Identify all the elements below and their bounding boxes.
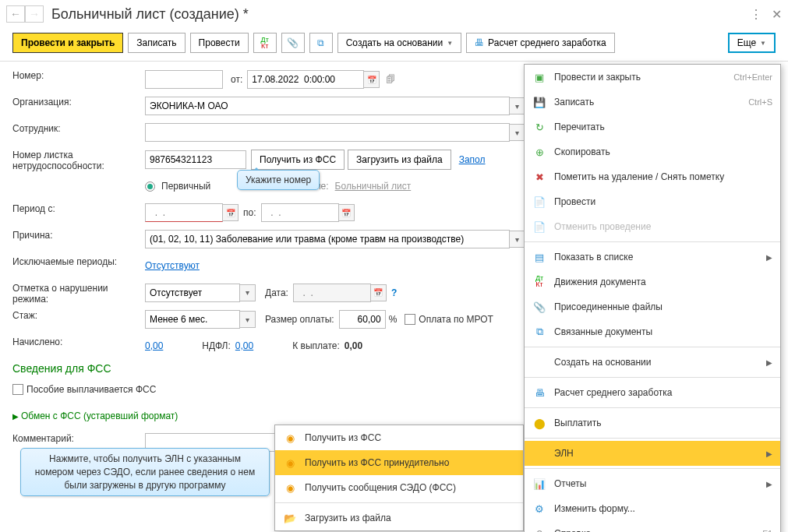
dropdown-icon[interactable]: ▾	[240, 284, 256, 301]
separator	[525, 347, 780, 347]
menu-show-list[interactable]: ▤Показать в списке▶	[525, 245, 780, 270]
related-icon: ⧉	[532, 326, 546, 338]
menu-eln[interactable]: ЭЛН▶	[525, 441, 780, 466]
fss-paid-label: Пособие выплачивается ФСС	[27, 384, 156, 395]
menu-create-based[interactable]: Создать на основании▶	[525, 350, 780, 375]
print-icon: 🖶	[532, 387, 546, 399]
help-icon: ?	[532, 528, 546, 533]
more-menu: ▣Провести и закрытьCtrl+Enter 💾ЗаписатьC…	[524, 64, 781, 532]
menu-submit-close[interactable]: ▣Провести и закрытьCtrl+Enter	[525, 65, 780, 90]
excluded-link[interactable]: Отсутствуют	[145, 260, 200, 271]
menu-avg-calc[interactable]: 🖶Расчет среднего заработка	[525, 380, 780, 405]
fss-exchange-link[interactable]: Обмен с ФСС (устаревший формат)	[21, 410, 178, 421]
calendar-icon[interactable]: 📅	[364, 71, 380, 88]
separator	[525, 438, 780, 439]
tooltip-instruction: Нажмите, чтобы получить ЭЛН с указанным …	[20, 448, 270, 496]
submenu-load-file[interactable]: 📂Загрузить из файла	[275, 506, 523, 530]
submenu-get-fss[interactable]: ◉Получить из ФСС	[275, 425, 523, 450]
violation-input[interactable]	[145, 284, 240, 302]
violation-date-input[interactable]	[293, 284, 371, 302]
close-icon[interactable]: ✕	[772, 7, 782, 22]
to-label: по:	[243, 207, 256, 218]
calendar-icon[interactable]: 📅	[223, 204, 239, 221]
experience-input[interactable]	[145, 310, 240, 329]
violation-label: Отметка о нарушении режима:	[12, 280, 145, 305]
menu-movements[interactable]: ДтКтДвижения документа	[525, 270, 780, 294]
coin-icon: ⬤	[532, 417, 546, 429]
experience-label: Стаж:	[12, 308, 145, 321]
calendar-icon[interactable]: 📅	[371, 284, 387, 301]
ndfl-label: НДФЛ:	[202, 340, 230, 351]
calendar-icon[interactable]: 📅	[339, 204, 355, 221]
related-button[interactable]: ⧉	[309, 33, 333, 53]
nav-fwd-button[interactable]: →	[25, 5, 44, 23]
leave-num-label: Номер листка нетрудоспособности:	[12, 147, 145, 171]
menu-help[interactable]: ?СправкаF1	[525, 521, 780, 532]
attach-button[interactable]: 📎	[281, 33, 305, 53]
org-input[interactable]	[145, 97, 510, 115]
copy-icon: ⊕	[532, 146, 546, 158]
leave-num-input[interactable]	[145, 150, 246, 169]
menu-mark-delete[interactable]: ✖Пометить на удаление / Снять пометку	[525, 164, 780, 189]
pay-rate-label: Размер оплаты:	[265, 314, 334, 325]
avg-calc-button[interactable]: 🖶 Расчет среднего заработка	[466, 33, 615, 53]
print-icon[interactable]: 🗐	[386, 74, 395, 85]
from-label: от:	[231, 74, 242, 85]
nav-back-button[interactable]: ←	[6, 5, 25, 23]
page-title: Больничный лист (создание) *	[51, 6, 750, 23]
save-button[interactable]: Записать	[128, 33, 185, 53]
continuation-link[interactable]: Больничный лист	[335, 181, 412, 192]
period-to-input[interactable]	[261, 203, 339, 222]
period-from-input[interactable]	[145, 203, 223, 222]
dropdown-icon[interactable]: ▾	[510, 97, 525, 115]
get-fss-button[interactable]: Получить из ФСС	[251, 150, 345, 170]
attach-icon: 📎	[532, 301, 546, 313]
menu-copy[interactable]: ⊕Скопировать	[525, 139, 780, 164]
kebab-icon[interactable]: ⋮	[750, 7, 762, 22]
menu-save[interactable]: 💾ЗаписатьCtrl+S	[525, 90, 780, 115]
dropdown-icon[interactable]: ▾	[510, 124, 525, 141]
fill-link[interactable]: Запол	[459, 154, 486, 165]
dropdown-icon[interactable]: ▾	[240, 311, 256, 328]
menu-reports[interactable]: 📊Отчеты▶	[525, 471, 780, 496]
date-input[interactable]	[247, 70, 364, 89]
reason-label: Причина:	[12, 227, 145, 241]
dropdown-icon[interactable]: ▾	[510, 231, 525, 248]
ndfl-link[interactable]: 0,00	[235, 340, 253, 351]
menu-submit[interactable]: 📄Провести	[525, 189, 780, 214]
save-icon: 💾	[532, 97, 546, 108]
submenu-get-fss-force[interactable]: ◉Получить из ФСС принудительно	[275, 450, 523, 475]
number-label: Номер:	[12, 68, 145, 81]
fss-paid-checkbox[interactable]	[12, 384, 23, 395]
period-from-label: Период с:	[12, 201, 145, 214]
submit-button[interactable]: Провести	[190, 33, 249, 53]
menu-attached[interactable]: 📎Присоединенные файлы	[525, 294, 780, 319]
submenu-get-sedo[interactable]: ◉Получить сообщения СЭДО (ФСС)	[275, 475, 523, 500]
load-file-button[interactable]: Загрузить из файла	[348, 150, 451, 170]
number-input[interactable]	[145, 70, 223, 89]
menu-cancel-post[interactable]: 📄Отменить проведение	[525, 214, 780, 239]
mrot-checkbox[interactable]	[405, 314, 415, 325]
help-icon[interactable]: ?	[391, 287, 397, 298]
fss-icon: ◉	[283, 482, 297, 494]
employee-label: Сотрудник:	[12, 121, 145, 134]
menu-change-form[interactable]: ⚙Изменить форму...	[525, 496, 780, 521]
submit-close-button[interactable]: Провести и закрыть	[12, 33, 123, 53]
report-icon: 📊	[532, 478, 546, 490]
fss-icon: ◉	[283, 457, 297, 469]
excluded-label: Исключаемые периоды:	[12, 254, 145, 267]
accrued-link[interactable]: 0,00	[145, 340, 163, 351]
more-button[interactable]: Еще ▼	[728, 33, 776, 53]
primary-radio[interactable]	[145, 181, 155, 192]
reason-input[interactable]	[145, 230, 510, 248]
menu-reread[interactable]: ↻Перечитать	[525, 115, 780, 139]
separator	[525, 468, 780, 469]
pay-rate-input[interactable]	[339, 310, 386, 329]
create-based-button[interactable]: Создать на основании ▼	[337, 33, 461, 53]
dtkt-button[interactable]: ДтКт	[253, 33, 277, 53]
chevron-right-icon[interactable]: ▶	[12, 412, 19, 421]
menu-pay[interactable]: ⬤Выплатить	[525, 410, 780, 435]
submit-icon: ▣	[532, 72, 546, 83]
employee-input[interactable]	[145, 123, 510, 142]
menu-related[interactable]: ⧉Связанные документы	[525, 319, 780, 344]
